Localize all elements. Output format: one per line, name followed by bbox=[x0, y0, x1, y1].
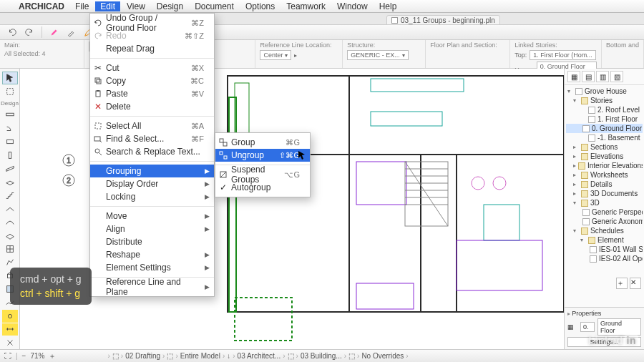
menu-view[interactable]: View bbox=[122, 1, 150, 11]
mi-repeat[interactable]: Repeat Drag bbox=[90, 42, 214, 55]
mi-ref-line-plane[interactable]: Reference Line and Plane bbox=[90, 280, 214, 293]
tree-root[interactable]: ▾Grove House bbox=[566, 87, 643, 96]
arrow-tool[interactable] bbox=[2, 72, 18, 84]
props-name-field[interactable]: Ground Floor bbox=[597, 318, 641, 336]
tree-sections[interactable]: ▸Sections bbox=[566, 142, 643, 152]
design-label: Design bbox=[1, 99, 19, 108]
stair-tool[interactable] bbox=[2, 189, 18, 202]
mi-locking[interactable]: Locking bbox=[90, 190, 214, 203]
dimension-tool[interactable] bbox=[2, 323, 18, 336]
tree-element[interactable]: ▾Element bbox=[566, 235, 643, 245]
mi-distribute[interactable]: Distribute bbox=[90, 235, 214, 248]
tree-story-first[interactable]: 1. First Floor bbox=[566, 114, 643, 124]
menu-edit[interactable]: Edit bbox=[95, 1, 120, 11]
top-story-dropdown[interactable]: 1. First Floor (Hom... bbox=[530, 50, 596, 60]
tree-story-ground[interactable]: 0. Ground Floor bbox=[566, 124, 643, 133]
mi-autogroup[interactable]: ✓Autogroup bbox=[215, 181, 310, 194]
lamp-tool[interactable] bbox=[2, 310, 18, 323]
menu-teamwork[interactable]: Teamwork bbox=[281, 1, 331, 11]
marquee-tool[interactable] bbox=[2, 85, 18, 98]
menu-design[interactable]: Design bbox=[152, 1, 188, 11]
mi-ungroup[interactable]: Ungroup⇧⌘G bbox=[215, 149, 310, 162]
svg-rect-2 bbox=[6, 140, 13, 143]
shell-tool[interactable] bbox=[2, 216, 18, 229]
mi-reshape[interactable]: Reshape bbox=[90, 248, 214, 261]
morph-tool[interactable] bbox=[2, 256, 18, 269]
curtain-wall-tool[interactable] bbox=[2, 243, 18, 255]
tree-story-roof[interactable]: 2. Roof Level bbox=[566, 105, 643, 114]
tree-details[interactable]: ▸Details bbox=[566, 180, 643, 189]
slab-tool[interactable] bbox=[2, 175, 18, 188]
refline-dropdown[interactable]: Center▾ bbox=[260, 50, 291, 60]
nav-layout-button[interactable]: ▥ bbox=[596, 71, 609, 82]
tree-worksheets[interactable]: ▸Worksheets bbox=[566, 170, 643, 180]
mi-grouping[interactable]: Grouping bbox=[90, 165, 214, 177]
tree-schedules[interactable]: ▾Schedules bbox=[566, 226, 643, 235]
menu-window[interactable]: Window bbox=[332, 1, 373, 11]
tree-elevations[interactable]: ▸Elevations bbox=[566, 152, 643, 161]
mi-delete[interactable]: ✕Delete bbox=[90, 100, 214, 113]
nav-new-button[interactable]: ＋ bbox=[616, 278, 628, 289]
mi-shortcut: ⌘Z bbox=[177, 19, 204, 28]
tree-sched1[interactable]: IES-01 Wall Sch… bbox=[566, 245, 643, 254]
structure-dropdown[interactable]: GENERIC - EX...▾ bbox=[347, 50, 409, 60]
refline-title: Reference Line Location: bbox=[260, 41, 338, 49]
nav-delete-button[interactable]: ✕ bbox=[630, 278, 641, 289]
beam-tool[interactable] bbox=[2, 162, 18, 175]
wall-tool[interactable] bbox=[2, 109, 18, 122]
navigator-tree[interactable]: ▾Grove House ▾Stories 2. Roof Level 1. F… bbox=[565, 85, 644, 265]
fit-button[interactable]: ⛶ bbox=[4, 352, 11, 360]
quick-options[interactable]: ›⬚ ›02 Drafting ›⬚ ›Entire Model ›↓ ›03 … bbox=[107, 352, 408, 360]
tree-axo[interactable]: Generic Axonomet… bbox=[566, 217, 643, 226]
tree-label: IES-02 All Open… bbox=[599, 255, 643, 263]
svg-rect-44 bbox=[223, 142, 227, 146]
tree-3ddocs[interactable]: ▸3D Documents bbox=[566, 189, 643, 198]
tree-stories[interactable]: ▾Stories bbox=[566, 96, 643, 105]
zoom-in-button[interactable]: ＋ bbox=[49, 351, 56, 361]
tree-3d[interactable]: ▾3D bbox=[566, 198, 643, 207]
mi-copy[interactable]: Copy⌘C bbox=[90, 74, 214, 87]
tree-story-basement[interactable]: -1. Basement bbox=[566, 133, 643, 142]
nav-view-map-button[interactable]: ▤ bbox=[582, 71, 595, 82]
mi-suspend-groups[interactable]: Suspend Groups⌥G bbox=[215, 168, 310, 181]
props-id-field[interactable]: 0. bbox=[580, 322, 595, 332]
tree-perspective[interactable]: Generic Perspecti… bbox=[566, 207, 643, 217]
nav-proj-map-button[interactable]: ▦ bbox=[567, 71, 580, 82]
mi-move[interactable]: Move bbox=[90, 210, 214, 222]
column-tool[interactable] bbox=[2, 149, 18, 162]
skylight-tool[interactable] bbox=[2, 229, 18, 242]
folder-icon bbox=[581, 144, 588, 151]
cut-icon: ✂ bbox=[93, 63, 103, 73]
zoom-value[interactable]: 71% bbox=[30, 352, 44, 360]
menu-document[interactable]: Document bbox=[190, 1, 239, 11]
mi-align[interactable]: Align bbox=[90, 222, 214, 235]
menu-options[interactable]: Options bbox=[240, 1, 280, 11]
mi-element-settings[interactable]: Element Settings bbox=[90, 261, 214, 274]
crumb-label: 02 Drafting bbox=[125, 352, 160, 360]
mi-select-all[interactable]: Select All⌘A bbox=[90, 119, 214, 132]
nav-publisher-button[interactable]: ▧ bbox=[610, 71, 623, 82]
door-tool[interactable] bbox=[2, 122, 18, 134]
roof-tool[interactable] bbox=[2, 202, 18, 215]
mi-undo[interactable]: Undo Group / Ground Floor⌘Z bbox=[90, 16, 214, 29]
mi-find-select[interactable]: Find & Select...⌘F bbox=[90, 132, 214, 145]
mi-paste[interactable]: Paste⌘V bbox=[90, 87, 214, 100]
undo-button[interactable] bbox=[6, 26, 19, 39]
more-tool[interactable] bbox=[2, 336, 18, 349]
tree-sched2[interactable]: IES-02 All Open… bbox=[566, 254, 643, 263]
brush-button[interactable] bbox=[48, 26, 61, 39]
menu-help[interactable]: Help bbox=[374, 1, 402, 11]
redo-button[interactable] bbox=[23, 26, 36, 39]
mi-search-replace[interactable]: Search & Replace Text... bbox=[90, 145, 214, 158]
mi-group[interactable]: Group⌘G bbox=[215, 136, 310, 149]
tree-int-elevations[interactable]: ▸Interior Elevations bbox=[566, 161, 643, 170]
zoom-out-button[interactable]: − bbox=[22, 352, 26, 360]
app-name[interactable]: ARCHICAD bbox=[14, 1, 69, 11]
mi-display-order[interactable]: Display Order bbox=[90, 177, 214, 190]
eyedropper-button[interactable] bbox=[65, 26, 78, 39]
menu-file[interactable]: File bbox=[70, 1, 94, 11]
window-tool[interactable] bbox=[2, 135, 18, 148]
svg-rect-3 bbox=[9, 152, 11, 158]
folder-icon bbox=[581, 153, 588, 160]
mi-cut[interactable]: ✂Cut⌘X bbox=[90, 62, 214, 74]
